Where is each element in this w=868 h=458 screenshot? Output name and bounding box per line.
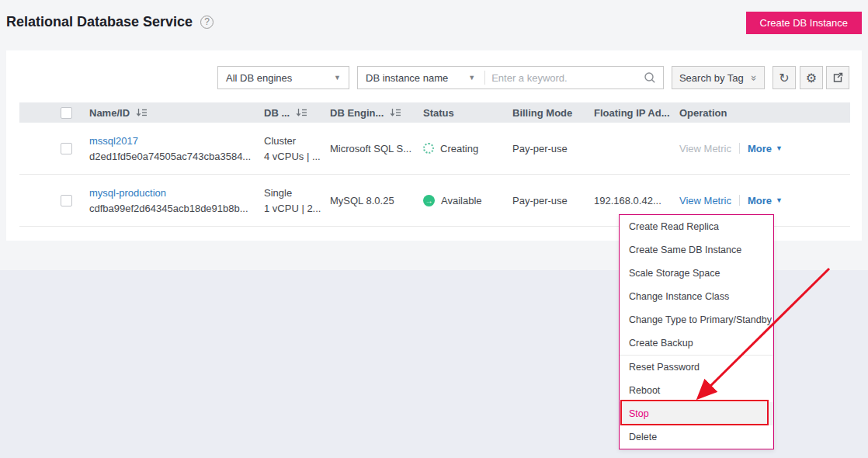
menu-item-delete[interactable]: Delete (620, 425, 773, 449)
page-header: Relational Database Service ? (6, 14, 214, 30)
column-header-floating-ip: Floating IP Ad... (586, 107, 672, 119)
create-db-instance-button[interactable]: Create DB Instance (746, 12, 862, 34)
db-engine-value: MySQL 8.0.25 (330, 195, 394, 206)
export-button[interactable] (826, 66, 849, 89)
sort-icon[interactable] (390, 108, 401, 117)
db-class-type: Single (264, 187, 321, 199)
rds-console-page: { "page": { "title": "Relational Databas… (0, 0, 868, 458)
menu-item-stop[interactable]: Stop (620, 402, 773, 425)
view-metric-link: View Metric (679, 143, 731, 154)
refresh-button[interactable]: ↻ (773, 66, 796, 89)
gear-icon: ⚙︎ (806, 71, 817, 85)
db-engine-filter-value: All DB engines (226, 72, 292, 84)
divider (739, 143, 740, 154)
search-field-select[interactable]: DB instance name ▼ (358, 72, 483, 84)
search-field-value: DB instance name (366, 72, 448, 84)
menu-item-create-backup[interactable]: Create Backup (620, 331, 773, 355)
instance-id: cdfba99ef2d64345acb18de91b8b... (89, 203, 248, 214)
billing-mode-value: Pay-per-use (512, 143, 568, 154)
status-text: Available (441, 195, 482, 206)
content-card: All DB engines ▼ DB instance name ▼ Sear… (6, 50, 862, 241)
chevron-down-icon: ▼ (468, 74, 475, 82)
floating-ip-value: 192.168.0.42... (594, 195, 661, 206)
table-row: mssql2017 d2ed1fd5e0a74505ac743cba3584..… (19, 123, 850, 175)
select-all-cell (19, 107, 82, 119)
instance-id: d2ed1fd5e0a74505ac743cba3584... (89, 151, 251, 162)
db-engine-filter-select[interactable]: All DB engines ▼ (217, 66, 349, 89)
available-status-icon: → (423, 195, 435, 206)
menu-item-create-same-db-instance[interactable]: Create Same DB Instance (620, 238, 773, 262)
instance-name-link[interactable]: mysql-production (89, 187, 248, 199)
db-class-type: Cluster (264, 135, 321, 147)
keyword-search-input[interactable] (487, 72, 644, 84)
menu-item-reboot[interactable]: Reboot (620, 379, 773, 402)
select-all-checkbox[interactable] (61, 107, 72, 119)
search-icon[interactable] (644, 71, 656, 84)
more-dropdown-button[interactable]: More ▼ (748, 195, 783, 206)
search-by-tag-label: Search by Tag (679, 72, 744, 84)
row-checkbox[interactable] (61, 143, 72, 154)
instance-table: Name/ID DB ... (19, 102, 850, 227)
filter-bar: All DB engines ▼ DB instance name ▼ Sear… (6, 66, 862, 89)
more-dropdown-button[interactable]: More ▼ (748, 143, 783, 154)
search-by-tag-button[interactable]: Search by Tag » (672, 66, 765, 89)
column-header-billing-mode: Billing Mode (505, 107, 586, 119)
menu-item-scale-storage-space[interactable]: Scale Storage Space (620, 262, 773, 285)
sort-icon[interactable] (136, 108, 148, 117)
settings-button[interactable]: ⚙︎ (800, 66, 823, 89)
more-actions-menu: Create Read Replica Create Same DB Insta… (619, 214, 774, 449)
column-header-db-type[interactable]: DB ... (256, 107, 322, 119)
column-header-operation: Operation (672, 107, 850, 119)
page-title: Relational Database Service (6, 14, 193, 30)
divider (484, 71, 485, 85)
status-text: Creating (440, 143, 478, 154)
instance-name-link[interactable]: mssql2017 (89, 135, 251, 147)
db-class-specs: 1 vCPU | 2... (264, 203, 321, 214)
search-combo: DB instance name ▼ (357, 66, 664, 89)
menu-item-change-instance-class[interactable]: Change Instance Class (620, 285, 773, 308)
chevron-down-icon: ▼ (776, 196, 783, 204)
help-icon[interactable]: ? (200, 16, 214, 29)
menu-item-change-type-primary-standby[interactable]: Change Type to Primary/Standby (620, 308, 773, 331)
table-header-row: Name/ID DB ... (19, 102, 850, 123)
chevron-down-icon: ▼ (776, 144, 783, 152)
sort-icon[interactable] (296, 108, 307, 117)
column-header-name-id[interactable]: Name/ID (82, 107, 256, 119)
refresh-icon: ↻ (779, 71, 789, 85)
column-header-status: Status (415, 107, 505, 119)
export-icon (832, 72, 843, 83)
menu-item-create-read-replica[interactable]: Create Read Replica (620, 215, 773, 238)
db-class-specs: 4 vCPUs | ... (264, 151, 321, 162)
creating-spinner-icon (423, 143, 434, 154)
db-engine-value: Microsoft SQL S... (330, 143, 411, 154)
billing-mode-value: Pay-per-use (512, 195, 568, 206)
view-metric-link[interactable]: View Metric (679, 195, 731, 206)
column-header-db-engine[interactable]: DB Engin... (322, 107, 415, 119)
divider (739, 195, 740, 206)
menu-item-reset-password[interactable]: Reset Password (620, 356, 773, 379)
double-chevron-down-icon: » (748, 75, 760, 80)
chevron-down-icon: ▼ (334, 74, 341, 82)
row-checkbox[interactable] (61, 195, 72, 206)
